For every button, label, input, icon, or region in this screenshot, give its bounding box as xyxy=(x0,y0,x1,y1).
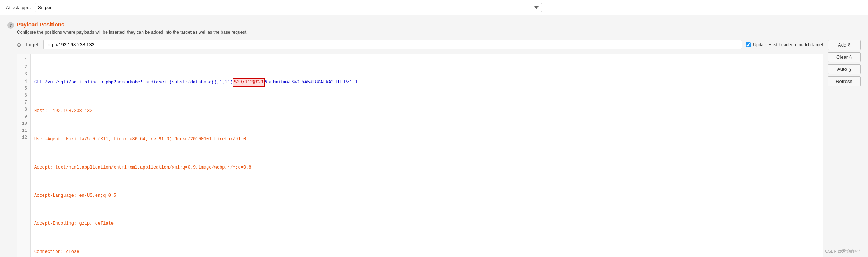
line1-part3: &submit=%E6%9F%A5%E8%AF%A2 HTTP/1.1 xyxy=(265,79,357,86)
footer-brand: CSDN @爱你的全车 xyxy=(825,249,862,254)
refresh-button[interactable]: Refresh xyxy=(828,76,861,86)
line3-text: User-Agent: Mozilla/5.0 (X11; Linux x86_… xyxy=(34,136,246,143)
update-host-label: Update Host header to match target xyxy=(753,42,823,47)
code-line-4: Accept: text/html,application/xhtml+xml,… xyxy=(34,164,819,171)
target-input[interactable] xyxy=(43,40,742,49)
section-description: Configure the positions where payloads w… xyxy=(17,30,861,35)
target-row: ⊕ Target: Update Host header to match ta… xyxy=(17,40,823,49)
clear-button[interactable]: Clear § xyxy=(828,52,861,62)
code-line-7: Connection: close xyxy=(34,249,819,256)
add-button[interactable]: Add § xyxy=(828,40,861,50)
update-host-checkbox[interactable] xyxy=(746,42,751,47)
line7-text: Connection: close xyxy=(34,249,79,256)
section-title: Payload Positions xyxy=(17,21,861,28)
help-icon[interactable]: ? xyxy=(7,22,14,29)
attack-type-bar: Attack type: Sniper Battering ram Pitchf… xyxy=(0,0,868,15)
expand-icon[interactable]: ⊕ xyxy=(17,42,21,48)
line6-text: Accept-Encoding: gzip, deflate xyxy=(34,220,114,227)
code-line-1: GET /vul/sqli/sqli_blind_b.php?name=kobe… xyxy=(34,78,819,87)
auto-button[interactable]: Auto § xyxy=(828,64,861,74)
code-line-6: Accept-Encoding: gzip, deflate xyxy=(34,220,819,227)
code-content[interactable]: GET /vul/sqli/sqli_blind_b.php?name=kobe… xyxy=(31,54,823,257)
line2-text: Host: 192.168.238.132 xyxy=(34,108,92,115)
code-line-5: Accept-Language: en-US,en;q=0.5 xyxy=(34,192,819,199)
editor-area: 1 2 3 4 5 6 7 8 9 10 11 xyxy=(17,54,823,257)
line1-payload: %3d§112§%23 xyxy=(233,78,265,87)
attack-type-select[interactable]: Sniper Battering ram Pitchfork Cluster b… xyxy=(35,3,542,12)
line-numbers: 1 2 3 4 5 6 7 8 9 10 11 xyxy=(17,54,31,257)
update-host-area: Update Host header to match target xyxy=(746,42,823,47)
code-line-3: User-Agent: Mozilla/5.0 (X11; Linux x86_… xyxy=(34,136,819,143)
help-row: ? Payload Positions Configure the positi… xyxy=(7,21,861,257)
line1-part1: GET /vul/sqli/sqli_blind_b.php?name=kobe… xyxy=(34,79,233,86)
payload-positions-section: ? Payload Positions Configure the positi… xyxy=(0,15,868,257)
code-line-2: Host: 192.168.238.132 xyxy=(34,108,819,115)
line4-text: Accept: text/html,application/xhtml+xml,… xyxy=(34,164,251,171)
main-container: Attack type: Sniper Battering ram Pitchf… xyxy=(0,0,868,257)
buttons-panel: Add § Clear § Auto § Refresh xyxy=(823,40,861,86)
attack-type-label: Attack type: xyxy=(6,5,31,10)
section-content: Payload Positions Configure the position… xyxy=(17,21,861,257)
target-label: Target: xyxy=(25,42,40,47)
line5-text: Accept-Language: en-US,en;q=0.5 xyxy=(34,192,116,199)
